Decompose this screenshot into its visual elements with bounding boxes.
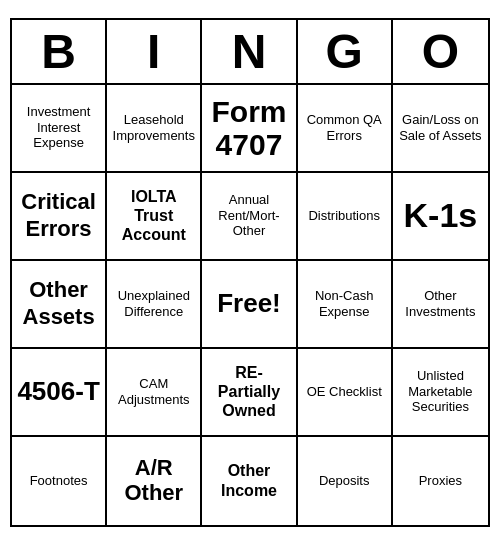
bingo-cell: Footnotes [12,437,107,525]
bingo-cell: K-1s [393,173,488,261]
bingo-cell: Other Investments [393,261,488,349]
bingo-cell: Investment Interest Expense [12,85,107,173]
header-letter: G [298,20,393,83]
bingo-cell: Other Income [202,437,297,525]
bingo-cell: Unlisted Marketable Securities [393,349,488,437]
bingo-cell: Form 4707 [202,85,297,173]
bingo-cell: Unexplained Difference [107,261,202,349]
bingo-cell: Free! [202,261,297,349]
header-letter: B [12,20,107,83]
bingo-cell: Deposits [298,437,393,525]
bingo-card: BINGO Investment Interest ExpenseLeaseho… [10,18,490,527]
bingo-cell: Common QA Errors [298,85,393,173]
header-letter: O [393,20,488,83]
bingo-cell: OE Checklist [298,349,393,437]
bingo-cell: Critical Errors [12,173,107,261]
bingo-cell: A/R Other [107,437,202,525]
bingo-header: BINGO [12,20,488,85]
header-letter: N [202,20,297,83]
bingo-cell: Gain/Loss on Sale of Assets [393,85,488,173]
bingo-cell: RE-Partially Owned [202,349,297,437]
header-letter: I [107,20,202,83]
bingo-cell: Leasehold Improvements [107,85,202,173]
bingo-cell: Non-Cash Expense [298,261,393,349]
bingo-cell: IOLTA Trust Account [107,173,202,261]
bingo-cell: Annual Rent/Mort-Other [202,173,297,261]
bingo-cell: Distributions [298,173,393,261]
bingo-cell: Proxies [393,437,488,525]
bingo-cell: 4506-T [12,349,107,437]
bingo-cell: Other Assets [12,261,107,349]
bingo-cell: CAM Adjustments [107,349,202,437]
bingo-grid: Investment Interest ExpenseLeasehold Imp… [12,85,488,525]
